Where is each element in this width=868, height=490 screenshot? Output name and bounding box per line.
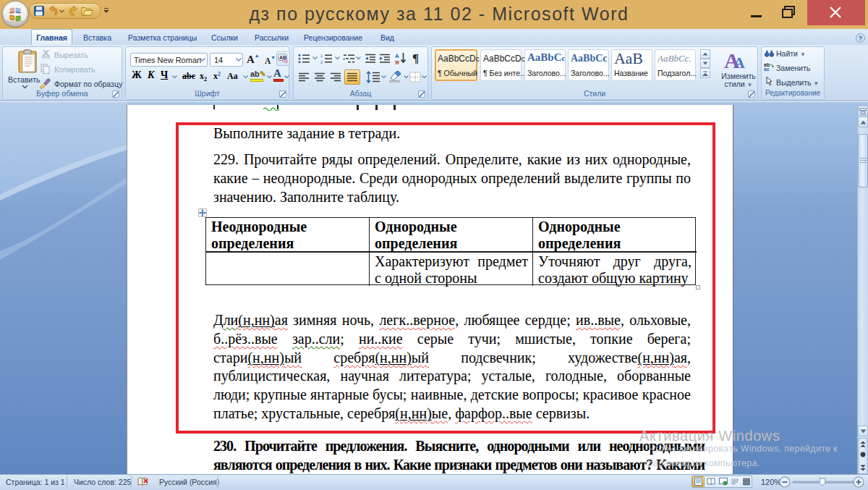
svg-text:A: A [733,54,745,71]
svg-text:Я: Я [395,59,399,65]
svg-text:АВ: АВ [279,55,286,60]
svg-text:?: ? [859,35,863,42]
svg-text:1: 1 [320,54,323,58]
svg-text:ас: ас [764,67,770,71]
svg-text:2: 2 [320,60,323,64]
svg-text:a: a [343,56,345,61]
